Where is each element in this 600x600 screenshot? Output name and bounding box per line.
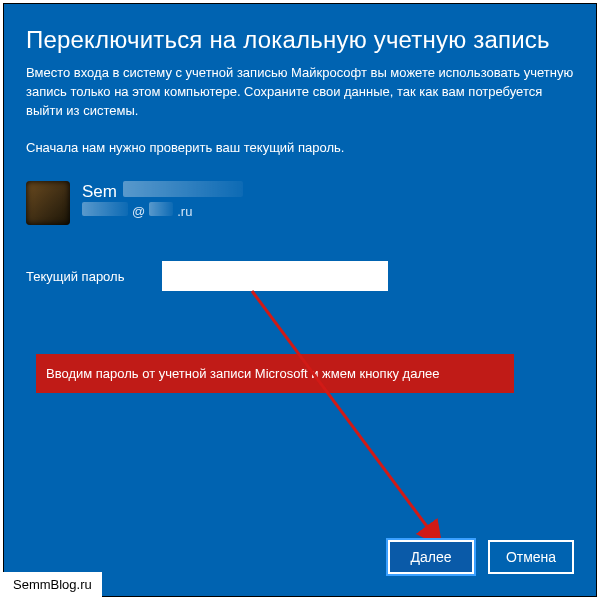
redacted-name — [123, 181, 243, 197]
account-name-visible: Sem — [82, 182, 117, 202]
page-title: Переключиться на локальную учетную запис… — [4, 4, 596, 64]
next-button[interactable]: Далее — [388, 540, 474, 574]
password-label: Текущий пароль — [26, 269, 144, 284]
account-block: Sem @ .ru — [4, 175, 596, 243]
avatar — [26, 181, 70, 225]
svg-line-0 — [252, 291, 440, 544]
watermark: SemmBlog.ru — [3, 572, 102, 597]
annotation-callout: Вводим пароль от учетной записи Microsof… — [36, 354, 514, 393]
cancel-button[interactable]: Отмена — [488, 540, 574, 574]
dialog-footer: Далее Отмена — [388, 540, 574, 574]
password-row: Текущий пароль — [4, 243, 596, 295]
redacted-email-local — [82, 202, 128, 216]
current-password-input[interactable] — [162, 261, 388, 291]
intro-paragraph: Вместо входа в систему с учетной записью… — [4, 64, 596, 131]
email-at: @ — [132, 204, 145, 219]
redacted-email-domain — [149, 202, 173, 216]
dialog-window: Переключиться на локальную учетную запис… — [3, 3, 597, 597]
account-text: Sem @ .ru — [82, 181, 243, 219]
email-domain-fragment: .ru — [177, 204, 192, 219]
verify-paragraph: Сначала нам нужно проверить ваш текущий … — [4, 131, 596, 176]
account-email: @ .ru — [82, 202, 243, 219]
account-name: Sem — [82, 181, 243, 202]
